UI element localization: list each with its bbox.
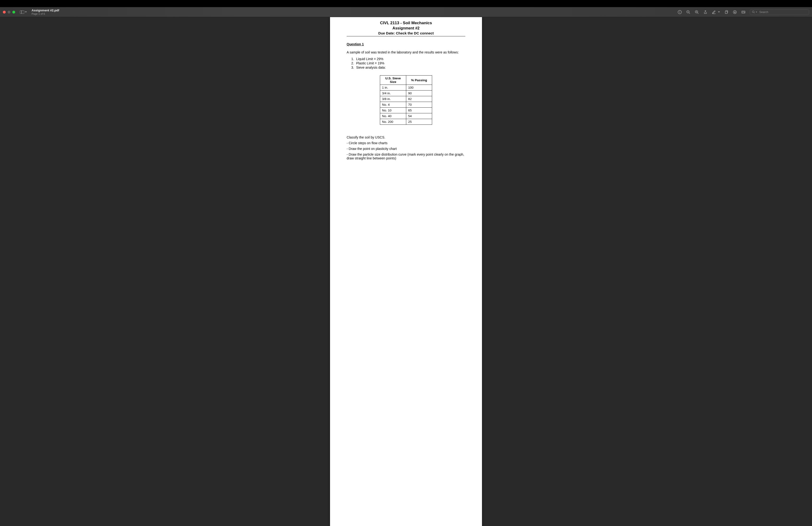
titlebar: Assignment #2.pdf Page 1 of 6 — [0, 7, 812, 17]
list-item: Liquid Limit = 29% — [355, 57, 465, 61]
svg-point-17 — [752, 11, 754, 13]
preview-window: Assignment #2.pdf Page 1 of 6 — [0, 7, 812, 526]
due-date: Due Date: Check the DC connect — [347, 31, 465, 35]
table-cell: 25 — [406, 119, 432, 125]
table-cell: 3/8 in. — [380, 96, 406, 102]
table-cell: 54 — [406, 113, 432, 119]
list-item: Plastic Limit = 19% — [355, 61, 465, 65]
task-text: - Draw the particle size distribution cu… — [347, 153, 465, 160]
search-input[interactable] — [759, 11, 807, 14]
table-row: No. 40 54 — [380, 113, 432, 119]
task-text: - Draw the point on plasticity chart — [347, 147, 465, 151]
table-cell: No. 200 — [380, 119, 406, 125]
svg-line-7 — [697, 13, 698, 14]
table-cell: No. 4 — [380, 102, 406, 108]
title-group: Assignment #2.pdf Page 1 of 6 — [32, 9, 59, 15]
search-icon — [752, 11, 755, 14]
table-row: 1 in. 100 — [380, 85, 432, 90]
zoom-in-icon[interactable] — [695, 10, 699, 14]
info-icon[interactable] — [678, 10, 682, 14]
task-text: Classify the soil by USCS. — [347, 136, 465, 139]
table-cell: 1 in. — [380, 85, 406, 90]
chevron-down-icon — [756, 12, 757, 13]
table-cell: 65 — [406, 108, 432, 113]
highlight-icon[interactable] — [712, 10, 716, 14]
zoom-out-icon[interactable] — [686, 10, 691, 14]
table-cell: 82 — [406, 96, 432, 102]
table-cell: 70 — [406, 102, 432, 108]
document-header: CIVL 2113 - Soil Mechanics Assignment #2… — [347, 21, 465, 36]
svg-rect-12 — [725, 11, 727, 14]
markup-icon[interactable] — [733, 10, 737, 14]
sidebar-icon — [20, 11, 24, 14]
sieve-table: U.S. Sieve Size % Passing 1 in. 100 3/4 … — [380, 75, 432, 125]
table-header-row: U.S. Sieve Size % Passing — [380, 75, 432, 85]
table-cell: 3/4 in. — [380, 90, 406, 96]
question-heading: Question 1 — [347, 42, 465, 46]
table-row: No. 10 65 — [380, 108, 432, 113]
table-row: No. 4 70 — [380, 102, 432, 108]
intro-text: A sample of soil was tested in the labor… — [347, 51, 465, 54]
form-icon[interactable] — [741, 10, 745, 14]
given-data-list: Liquid Limit = 29% Plastic Limit = 19% S… — [355, 57, 465, 69]
chevron-down-icon[interactable] — [718, 11, 720, 13]
toolbar-right — [678, 9, 809, 15]
table-header: U.S. Sieve Size — [380, 75, 406, 85]
table-cell: No. 10 — [380, 108, 406, 113]
traffic-lights — [3, 11, 15, 14]
content-area[interactable]: CIVL 2113 - Soil Mechanics Assignment #2… — [0, 17, 812, 526]
assignment-title: Assignment #2 — [347, 26, 465, 30]
search-field[interactable] — [750, 9, 809, 15]
chevron-down-icon — [25, 11, 27, 13]
close-button[interactable] — [3, 11, 6, 14]
pdf-page: CIVL 2113 - Soil Mechanics Assignment #2… — [330, 17, 482, 526]
table-row: 3/8 in. 82 — [380, 96, 432, 102]
sidebar-toggle[interactable] — [20, 11, 27, 14]
table-row: 3/4 in. 90 — [380, 90, 432, 96]
table-cell: 90 — [406, 90, 432, 96]
table-cell: No. 40 — [380, 113, 406, 119]
share-icon[interactable] — [703, 10, 708, 14]
table-header: % Passing — [406, 75, 432, 85]
course-title: CIVL 2113 - Soil Mechanics — [347, 21, 465, 25]
svg-line-18 — [754, 12, 755, 13]
maximize-button[interactable] — [12, 11, 15, 14]
svg-line-4 — [689, 13, 690, 14]
task-text: - Circle steps on flow charts — [347, 141, 465, 145]
table-row: No. 200 25 — [380, 119, 432, 125]
page-indicator: Page 1 of 6 — [32, 12, 59, 15]
list-item: Sieve analysis data: — [355, 66, 465, 69]
table-cell: 100 — [406, 85, 432, 90]
document-title: Assignment #2.pdf — [32, 9, 59, 12]
minimize-button[interactable] — [8, 11, 11, 14]
rotate-icon[interactable] — [724, 10, 728, 14]
